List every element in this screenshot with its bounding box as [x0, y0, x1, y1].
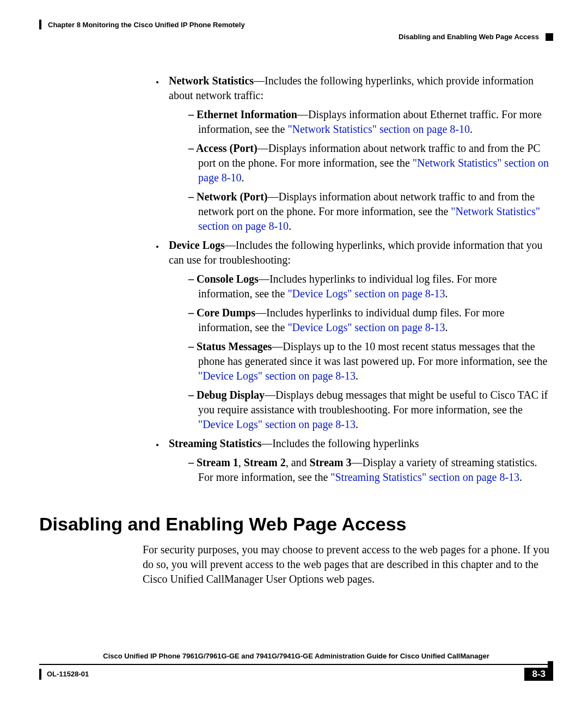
- stream-1: Stream 1: [197, 456, 238, 468]
- xref-link[interactable]: "Device Logs" section on page 8-13: [287, 288, 445, 300]
- document-page: Chapter 8 Monitoring the Cisco Unified I…: [0, 0, 588, 692]
- sub-lead: Network (Port): [197, 191, 268, 203]
- sub-ethernet-information: Ethernet Information—Displays informatio…: [188, 107, 553, 137]
- sub-console-logs: Console Logs—Includes hyperlinks to indi…: [188, 272, 553, 301]
- stream-3: Stream 3: [310, 456, 352, 468]
- comma: ,: [238, 456, 244, 468]
- sub-lead: Debug Display: [197, 389, 265, 401]
- running-header: Chapter 8 Monitoring the Cisco Unified I…: [39, 20, 553, 29]
- lead-term: Device Logs: [169, 239, 225, 251]
- sub-tail: .: [241, 172, 244, 184]
- sub-lead: Access (Port): [196, 142, 258, 154]
- lead-text: —Includes the following hyperlinks, whic…: [169, 239, 543, 266]
- xref-link[interactable]: "Device Logs" section on page 8-13: [287, 321, 445, 333]
- lead-term: Network Statistics: [169, 75, 254, 87]
- header-square-icon: [546, 33, 553, 41]
- sub-network-port: Network (Port)—Displays information abou…: [188, 190, 553, 234]
- footer-book-title: Cisco Unified IP Phone 7961G/7961G-GE an…: [39, 652, 553, 660]
- sub-lead: Core Dumps: [197, 307, 255, 319]
- section-heading: Disabling and Enabling Web Page Access: [39, 512, 553, 537]
- sub-list: Stream 1, Stream 2, and Stream 3—Display…: [169, 455, 553, 485]
- sub-tail: .: [445, 321, 448, 333]
- top-bullet-list: Network Statistics—Includes the followin…: [39, 74, 553, 485]
- sub-list: Console Logs—Includes hyperlinks to indi…: [169, 272, 553, 432]
- xref-link[interactable]: "Device Logs" section on page 8-13: [198, 370, 356, 382]
- footer-bar-icon: [39, 669, 41, 680]
- header-bar-icon: [39, 20, 41, 29]
- sub-tail: .: [289, 220, 291, 232]
- header-chapter: Chapter 8 Monitoring the Cisco Unified I…: [48, 21, 245, 29]
- xref-link[interactable]: "Network Statistics" section on page 8-1…: [287, 123, 470, 135]
- footer-doc-id: OL-11528-01: [47, 670, 89, 678]
- xref-link[interactable]: "Device Logs" section on page 8-13: [198, 418, 356, 430]
- sub-tail: .: [470, 123, 473, 135]
- sub-core-dumps: Core Dumps—Includes hyperlinks to indivi…: [188, 306, 553, 335]
- stream-2: Stream 2: [244, 456, 286, 468]
- footer-rule: [39, 661, 553, 668]
- page-footer: Cisco Unified IP Phone 7961G/7961G-GE an…: [39, 652, 553, 681]
- body-content: Network Statistics—Includes the followin…: [39, 74, 553, 587]
- header-section: Disabling and Enabling Web Page Access: [399, 33, 539, 41]
- lead-term: Streaming Statistics: [169, 437, 261, 449]
- section-body: For security purposes, you may choose to…: [143, 542, 553, 587]
- sub-tail: .: [519, 471, 522, 483]
- sub-streams: Stream 1, Stream 2, and Stream 3—Display…: [188, 455, 553, 485]
- sub-status-messages: Status Messages—Displays up to the 10 mo…: [188, 339, 553, 383]
- lead-text: —Includes the following hyperlinks: [261, 437, 419, 449]
- sub-tail: .: [445, 288, 448, 300]
- bullet-streaming-statistics: Streaming Statistics—Includes the follow…: [164, 436, 553, 485]
- xref-link[interactable]: "Streaming Statistics" section on page 8…: [330, 471, 519, 483]
- bullet-network-statistics: Network Statistics—Includes the followin…: [164, 74, 553, 234]
- sub-debug-display: Debug Display—Displays debug messages th…: [188, 388, 553, 432]
- sub-list: Ethernet Information—Displays informatio…: [169, 107, 553, 234]
- footer-page-number: 8-3: [524, 668, 553, 681]
- bullet-device-logs: Device Logs—Includes the following hyper…: [164, 238, 553, 432]
- sub-tail: .: [356, 370, 358, 382]
- running-header-right: Disabling and Enabling Web Page Access: [39, 33, 553, 41]
- sub-access-port: Access (Port)—Displays information about…: [188, 141, 553, 185]
- footer-left: OL-11528-01: [39, 668, 89, 681]
- sub-lead: Ethernet Information: [197, 108, 297, 120]
- sub-tail: .: [356, 418, 358, 430]
- sub-lead: Status Messages: [197, 340, 272, 352]
- footer-block-icon: [548, 661, 553, 668]
- sub-lead: Console Logs: [197, 273, 259, 285]
- and: , and: [286, 456, 310, 468]
